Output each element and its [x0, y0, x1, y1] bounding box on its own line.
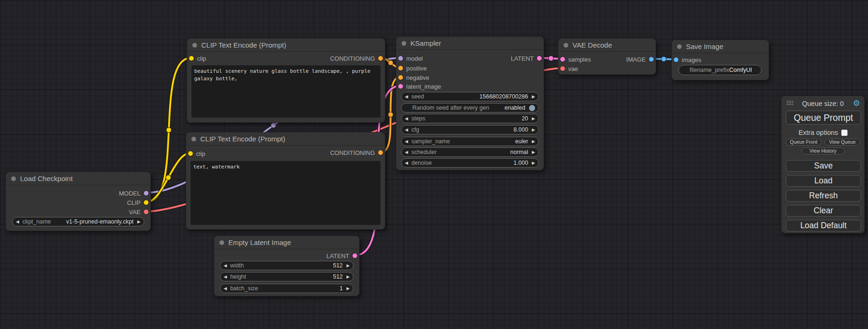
view-queue-button[interactable]: View Queue: [825, 139, 860, 146]
prompt-textarea[interactable]: text, watermark: [191, 161, 381, 225]
clip-port-icon[interactable]: [189, 56, 194, 61]
load-default-button[interactable]: Load Default: [786, 220, 861, 231]
refresh-button[interactable]: Refresh: [786, 190, 861, 202]
vae-port-icon[interactable]: [144, 210, 148, 214]
widget-sampler-name[interactable]: ◀ sampler_name euler ▶: [401, 137, 539, 146]
decrement-icon[interactable]: ◀: [405, 140, 408, 144]
model-port-icon[interactable]: [398, 56, 403, 61]
output-port-latent[interactable]: LATENT: [326, 251, 357, 260]
node-title-bar[interactable]: Load Checkpoint: [6, 172, 150, 185]
increment-icon[interactable]: ▶: [532, 117, 535, 121]
queue-prompt-button[interactable]: Queue Prompt: [786, 111, 861, 125]
decrement-icon[interactable]: ◀: [405, 128, 408, 132]
gear-icon[interactable]: ⚙: [853, 99, 860, 107]
collapse-dot-icon[interactable]: [191, 137, 196, 141]
latent-port-icon[interactable]: [537, 56, 542, 61]
increment-icon[interactable]: ▶: [532, 128, 535, 132]
widget-batch-size[interactable]: ◀ batch_size 1 ▶: [220, 284, 353, 293]
increment-icon[interactable]: ▶: [346, 264, 350, 268]
collapse-dot-icon[interactable]: [402, 41, 406, 46]
input-port-clip[interactable]: clip: [189, 54, 206, 63]
collapse-dot-icon[interactable]: [564, 43, 568, 48]
decrement-icon[interactable]: ◀: [224, 287, 227, 291]
widget-seed[interactable]: ◀ seed 156680208700286 ▶: [401, 92, 539, 101]
widget-random-seed-toggle[interactable]: Random seed after every gen enabled: [401, 103, 539, 112]
latent-port-icon[interactable]: [398, 84, 403, 89]
extra-options-checkbox[interactable]: [841, 130, 847, 136]
increment-icon[interactable]: ▶: [532, 95, 535, 99]
collapse-dot-icon[interactable]: [677, 44, 682, 49]
model-port-icon[interactable]: [144, 191, 148, 196]
queue-front-button[interactable]: Queue Front: [786, 139, 821, 146]
conditioning-port-icon[interactable]: [398, 66, 403, 70]
decrement-icon[interactable]: ◀: [405, 150, 408, 154]
collapse-dot-icon[interactable]: [11, 176, 16, 181]
node-vae-decode[interactable]: VAE Decode samples IMAGE vae: [558, 38, 656, 75]
increment-icon[interactable]: ▶: [532, 150, 535, 154]
decrement-icon[interactable]: ◀: [405, 117, 408, 121]
node-title-bar[interactable]: VAE Decode: [558, 39, 656, 52]
clip-port-icon[interactable]: [188, 151, 193, 156]
output-port-conditioning[interactable]: CONDITIONING: [330, 54, 383, 63]
vae-port-icon[interactable]: [560, 66, 565, 71]
increment-icon[interactable]: ▶: [346, 275, 350, 279]
output-port-vae[interactable]: VAE: [129, 207, 148, 217]
node-save-image[interactable]: Save Image images filename_prefix ComfyU…: [671, 40, 769, 80]
node-title-bar[interactable]: KSampler: [396, 37, 543, 50]
widget-cfg[interactable]: ◀ cfg 8.000 ▶: [401, 125, 539, 134]
output-port-image[interactable]: IMAGE: [626, 55, 654, 64]
output-port-conditioning[interactable]: CONDITIONING: [330, 148, 383, 157]
node-title-bar[interactable]: Empty Latent Image: [214, 236, 359, 249]
conditioning-port-icon[interactable]: [398, 75, 403, 80]
increment-icon[interactable]: ▶: [532, 140, 535, 144]
input-port-samples[interactable]: samples: [560, 55, 591, 64]
latent-port-icon[interactable]: [353, 253, 357, 258]
widget-filename-prefix[interactable]: filename_prefix ComfyUI: [678, 65, 762, 75]
clip-port-icon[interactable]: [144, 200, 148, 205]
toggle-icon[interactable]: [529, 105, 535, 111]
decrement-icon[interactable]: ◀: [405, 95, 408, 99]
output-port-latent[interactable]: LATENT: [511, 54, 542, 63]
drag-handle-icon[interactable]: ⠿⠿: [786, 100, 793, 107]
widget-height[interactable]: ◀ height 512 ▶: [220, 272, 353, 281]
node-empty-latent-image[interactable]: Empty Latent Image LATENT ◀ width 512 ▶ …: [214, 236, 360, 296]
collapse-dot-icon[interactable]: [192, 43, 197, 48]
widget-ckpt-name[interactable]: ◀ ckpt_name v1-5-pruned-emaonly.ckpt ▶: [12, 217, 144, 226]
increment-icon[interactable]: ▶: [532, 161, 535, 165]
node-ksampler[interactable]: KSampler model LATENT positive negative …: [396, 36, 544, 170]
decrement-icon[interactable]: ◀: [224, 275, 227, 279]
input-port-vae[interactable]: vae: [560, 64, 578, 73]
input-port-clip[interactable]: clip: [188, 149, 205, 158]
decrement-icon[interactable]: ◀: [16, 220, 19, 224]
image-port-icon[interactable]: [649, 57, 654, 62]
node-clip-text-encode-negative[interactable]: CLIP Text Encode (Prompt) clip CONDITION…: [186, 132, 385, 230]
prompt-textarea[interactable]: beautiful scenery nature glass bottle la…: [191, 65, 381, 118]
latent-port-icon[interactable]: [560, 57, 565, 62]
widget-width[interactable]: ◀ width 512 ▶: [220, 261, 353, 270]
widget-denoise[interactable]: ◀ denoise 1.000 ▶: [401, 158, 539, 168]
input-port-negative[interactable]: negative: [398, 73, 429, 82]
image-port-icon[interactable]: [674, 57, 678, 62]
decrement-icon[interactable]: ◀: [224, 264, 227, 268]
widget-scheduler[interactable]: ◀ scheduler normal ▶: [401, 147, 539, 157]
clear-button[interactable]: Clear: [786, 205, 861, 217]
input-port-latent-image[interactable]: latent_image: [398, 82, 441, 91]
conditioning-port-icon[interactable]: [378, 56, 383, 61]
node-title-bar[interactable]: CLIP Text Encode (Prompt): [186, 133, 385, 146]
collapse-dot-icon[interactable]: [219, 240, 224, 245]
conditioning-port-icon[interactable]: [378, 150, 383, 155]
output-port-clip[interactable]: CLIP: [127, 198, 148, 207]
save-button[interactable]: Save: [786, 160, 861, 172]
view-history-button[interactable]: View History: [802, 147, 845, 154]
increment-icon[interactable]: ▶: [137, 220, 141, 224]
node-title-bar[interactable]: Save Image: [672, 40, 769, 53]
load-button[interactable]: Load: [786, 175, 861, 187]
increment-icon[interactable]: ▶: [346, 287, 350, 291]
widget-steps[interactable]: ◀ steps 20 ▶: [401, 114, 539, 123]
output-port-model[interactable]: MODEL: [119, 189, 148, 198]
node-load-checkpoint[interactable]: Load Checkpoint MODEL CLIP VAE ◀ ckpt_na…: [6, 172, 151, 231]
input-port-model[interactable]: model: [398, 54, 423, 63]
input-port-images[interactable]: images: [674, 55, 701, 64]
decrement-icon[interactable]: ◀: [405, 161, 408, 165]
node-title-bar[interactable]: CLIP Text Encode (Prompt): [187, 39, 385, 52]
